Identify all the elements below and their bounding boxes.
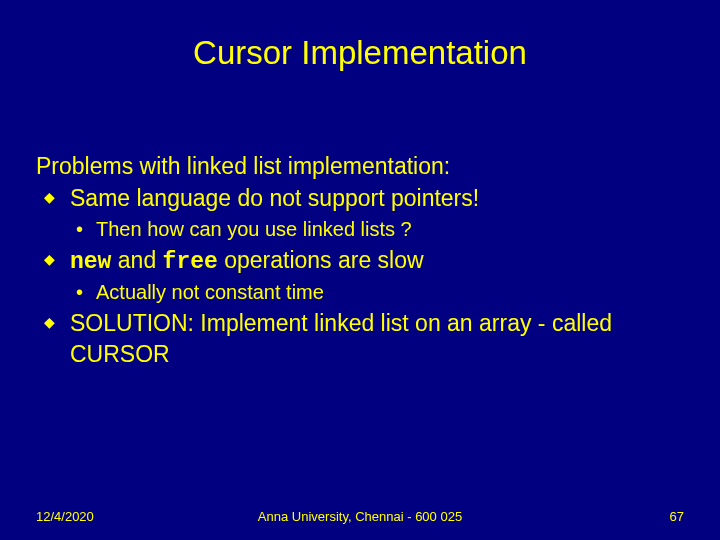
bullet-list: Same language do not support pointers! T… — [36, 183, 684, 368]
bullet-text: Same language do not support pointers! — [70, 185, 479, 211]
footer-org: Anna University, Chennai - 600 025 — [0, 509, 720, 524]
footer: 12/4/2020 Anna University, Chennai - 600… — [0, 509, 720, 524]
footer-date: 12/4/2020 — [36, 509, 94, 524]
footer-page: 67 — [670, 509, 684, 524]
bullet-item: SOLUTION: Implement linked list on an ar… — [36, 308, 684, 369]
code-text: free — [163, 249, 218, 275]
sub-bullet-item: Then how can you use linked lists ? — [36, 216, 684, 243]
bullet-item: new and free operations are slow — [36, 245, 684, 277]
slide: Cursor Implementation Problems with link… — [0, 0, 720, 540]
bullet-text: operations are slow — [218, 247, 424, 273]
sub-bullet-item: Actually not constant time — [36, 279, 684, 306]
bullet-text: and — [111, 247, 162, 273]
code-text: new — [70, 249, 111, 275]
bullet-text: SOLUTION: Implement linked list on an ar… — [70, 310, 612, 366]
intro-text: Problems with linked list implementation… — [36, 152, 684, 181]
bullet-item: Same language do not support pointers! — [36, 183, 684, 213]
sub-bullet-text: Then how can you use linked lists ? — [96, 218, 412, 240]
slide-title: Cursor Implementation — [36, 34, 684, 72]
sub-bullet-text: Actually not constant time — [96, 281, 324, 303]
